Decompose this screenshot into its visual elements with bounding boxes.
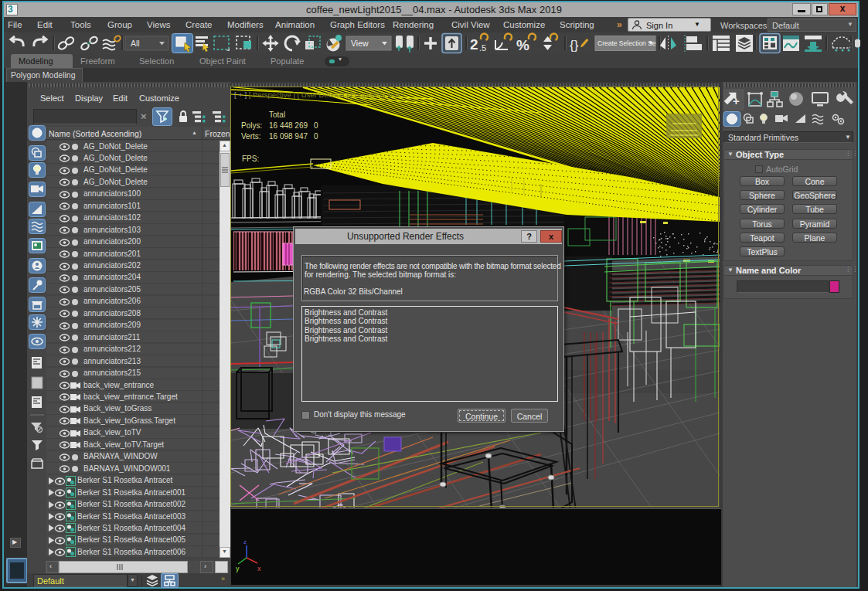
svg-text:.5: .5 — [479, 43, 486, 53]
svg-text:x: x — [257, 565, 261, 572]
svg-text:Create Selection Se: Create Selection Se — [597, 39, 656, 47]
svg-text:y: y — [236, 565, 240, 572]
svg-text:z: z — [243, 539, 247, 545]
svg-text:+: + — [733, 94, 740, 107]
svg-text:%: % — [516, 37, 529, 53]
svg-text:{}: {} — [570, 38, 579, 53]
svg-text:All: All — [131, 39, 140, 48]
svg-text:2: 2 — [470, 36, 478, 53]
svg-text:View: View — [351, 39, 369, 48]
